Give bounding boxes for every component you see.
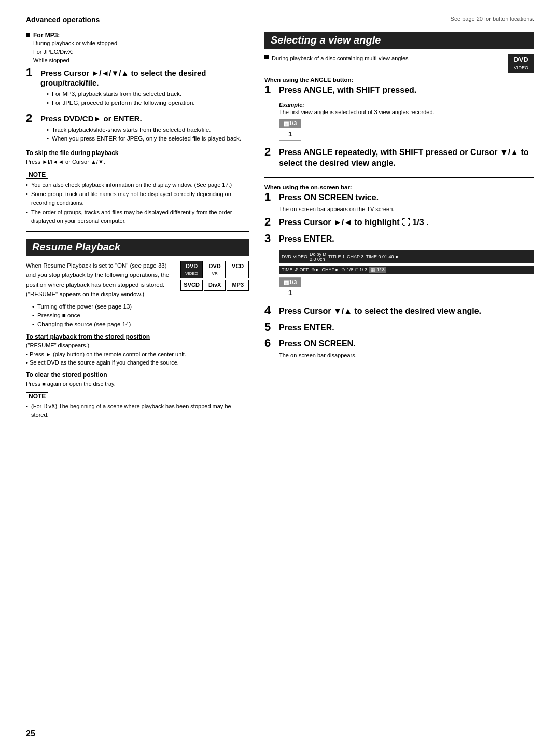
right-step-4-content: Press Cursor ►/◄ to highlight ⛶ 1/3 . bbox=[279, 217, 534, 230]
for-mp3-line2: For JPEG/DivX: bbox=[33, 49, 74, 55]
left-column: For MP3: During playback or while stoppe… bbox=[26, 32, 249, 423]
step-1-bullet-1: For MP3, playback starts from the select… bbox=[47, 90, 249, 99]
step-1-title: Press Cursor ►/◄/▼/▲ to select the desir… bbox=[40, 68, 249, 88]
example-label: Example: bbox=[279, 102, 534, 108]
for-mp3-label: For MP3: bbox=[33, 32, 60, 39]
onscreen-bar-display: DVD-VIDEO Dolby D2.0 0ch TITLE 1 CHAP 3 … bbox=[279, 250, 534, 263]
note-2-label: NOTE bbox=[26, 392, 48, 400]
right-step-8: 6 Press ON SCREEN. The on-screen bar dis… bbox=[264, 339, 534, 359]
badge-divx: DivX bbox=[204, 280, 226, 290]
onscreen-heading: When using the on-screen bar: bbox=[264, 184, 534, 190]
right-step-1-num: 1 bbox=[264, 84, 279, 95]
note-1-item-2: Some group, track and file names may not… bbox=[26, 190, 249, 207]
angle-num-2: 1 bbox=[279, 287, 301, 299]
bar-chap: CHAP 3 bbox=[347, 254, 363, 259]
right-step-1-content: Press ANGLE, with SHIFT pressed. bbox=[279, 85, 534, 97]
bar-square: □ 1/ 3 bbox=[355, 267, 367, 272]
step-2-bullets: Track playback/slide-show starts from th… bbox=[47, 125, 249, 144]
selecting-section-title: Selecting a view angle bbox=[264, 32, 534, 49]
note-2-content: (For DivX) The beginning of a scene wher… bbox=[26, 402, 249, 419]
right-step-2-num: 2 bbox=[264, 146, 279, 158]
right-step-5-title: Press ENTER. bbox=[279, 234, 534, 245]
right-step-5-content: Press ENTER. bbox=[279, 234, 534, 246]
bullet-icon bbox=[26, 33, 30, 37]
intro-bullet-text: During playback of a disc containing mul… bbox=[272, 54, 409, 63]
see-page-note: See page 20 for button locations. bbox=[451, 16, 534, 22]
note-1-item-1: You can also check playback information … bbox=[26, 180, 249, 189]
bar-angle-highlight: ▦ 1/ 3 bbox=[369, 267, 386, 273]
right-step-4: 2 Press Cursor ►/◄ to highlight ⛶ 1/3 . bbox=[264, 217, 534, 230]
right-step-8-sub: The on-screen bar disappears. bbox=[279, 351, 534, 360]
resume-bullet-2: Pressing ■ once bbox=[32, 311, 249, 320]
right-step-6-title: Press Cursor ▼/▲ to select the desired v… bbox=[279, 306, 534, 317]
note-box-2: NOTE (For DivX) The beginning of a scene… bbox=[26, 392, 249, 419]
section-divider-2 bbox=[264, 177, 534, 178]
angle-indicator: ▦1/3 1 bbox=[279, 119, 301, 141]
step-2-title: Press DVD/CD► or ENTER. bbox=[40, 114, 249, 124]
angle-top-2: ▦1/3 bbox=[279, 278, 301, 287]
right-step-1: 1 Press ANGLE, with SHIFT pressed. bbox=[264, 85, 534, 97]
right-step-2-content: Press ANGLE repeatedly, with SHIFT press… bbox=[279, 147, 534, 171]
badge-group-resume: DVDVIDEO DVDVR VCD SVCD DivX MP3 bbox=[180, 261, 249, 291]
step-2-content: Press DVD/CD► or ENTER. Track playback/s… bbox=[40, 114, 249, 145]
for-mp3-text: For MP3: During playback or while stoppe… bbox=[33, 32, 117, 65]
for-mp3-line1: During playback or while stopped bbox=[33, 40, 117, 46]
step-1-bullets: For MP3, playback starts from the select… bbox=[47, 90, 249, 108]
two-col-layout: For MP3: During playback or while stoppe… bbox=[26, 32, 534, 423]
bar-arrow: ⊕► bbox=[311, 267, 320, 272]
bar-dvd-video: DVD-VIDEO bbox=[282, 254, 307, 259]
intro-row: During playback of a disc containing mul… bbox=[264, 54, 534, 73]
top-header: Advanced operations See page 20 for butt… bbox=[26, 16, 534, 26]
clear-stored-heading: To clear the stored position bbox=[26, 371, 249, 379]
bar-chap2: CHAP► bbox=[321, 267, 339, 272]
badge-dvd-vr: DVDVR bbox=[204, 261, 226, 278]
right-step-3-num: 1 bbox=[264, 191, 279, 203]
badge-svcd: SVCD bbox=[180, 280, 203, 290]
right-step-3-content: Press ON SCREEN twice. The on-screen bar… bbox=[279, 192, 534, 213]
for-mp3-block: For MP3: During playback or while stoppe… bbox=[26, 32, 249, 65]
start-stored-line-3: • Select DVD as the source again if you … bbox=[26, 358, 249, 367]
right-column: Selecting a view angle During playback o… bbox=[264, 32, 534, 423]
start-stored-block: To start playback from the stored positi… bbox=[26, 333, 249, 367]
clear-stored-text: Press ■ again or open the disc tray. bbox=[26, 380, 249, 388]
angle-top-display: ▦1/3 bbox=[279, 119, 301, 128]
right-step-7-num: 5 bbox=[264, 322, 279, 333]
intro-bullet-icon bbox=[264, 55, 269, 59]
for-mp3-line3: While stopped bbox=[33, 57, 69, 63]
right-step-3-title: Press ON SCREEN twice. bbox=[279, 192, 534, 203]
bar-cd: ⊙ 1/8 bbox=[341, 267, 353, 272]
dvd-video-badge: DVDVIDEO bbox=[508, 54, 534, 73]
start-stored-line-1: ("RESUME" disappears.) bbox=[26, 341, 249, 350]
step-1: 1 Press Cursor ►/◄/▼/▲ to select the des… bbox=[26, 68, 249, 110]
step-1-num: 1 bbox=[26, 67, 40, 78]
angle-button-heading: When using the ANGLE button: bbox=[264, 77, 534, 83]
right-step-8-title: Press ON SCREEN. bbox=[279, 339, 534, 350]
right-step-8-num: 6 bbox=[264, 338, 279, 349]
right-step-2-title: Press ANGLE repeatedly, with SHIFT press… bbox=[279, 147, 534, 169]
onscreen-bar-2: TIME ↺ OFF ⊕► CHAP► ⊙ 1/8 □ 1/ 3 ▦ 1/ 3 bbox=[279, 266, 534, 274]
skip-text: Press ►I/I◄◄ or Cursor ▲/▼. bbox=[26, 158, 249, 166]
note-1-label: NOTE bbox=[26, 171, 48, 179]
right-step-6-content: Press Cursor ▼/▲ to select the desired v… bbox=[279, 306, 534, 318]
bar-dolby: Dolby D2.0 0ch bbox=[310, 252, 326, 262]
badge-dvd-video: DVDVIDEO bbox=[180, 261, 203, 278]
onscreen-bar-block: DVD-VIDEO Dolby D2.0 0ch TITLE 1 CHAP 3 … bbox=[279, 250, 534, 302]
right-step-7-title: Press ENTER. bbox=[279, 323, 534, 333]
page-container: Advanced operations See page 20 for butt… bbox=[0, 0, 560, 754]
skip-block: To skip the file during playback Press ►… bbox=[26, 149, 249, 166]
right-step-7-content: Press ENTER. bbox=[279, 323, 534, 335]
page-number: 25 bbox=[26, 729, 35, 738]
section-label: Advanced operations bbox=[26, 16, 100, 24]
step-2-bullet-1: Track playback/slide-show starts from th… bbox=[47, 125, 249, 134]
resume-bullet-1: Turning off the power (see page 13) bbox=[32, 302, 249, 311]
note-box-1: NOTE You can also check playback informa… bbox=[26, 171, 249, 226]
note-1-content: You can also check playback information … bbox=[26, 180, 249, 226]
right-step-5: 3 Press ENTER. bbox=[264, 234, 534, 246]
resume-intro-block: DVDVIDEO DVDVR VCD SVCD DivX MP3 When Re… bbox=[26, 261, 249, 302]
resume-bullets: Turning off the power (see page 13) Pres… bbox=[32, 302, 249, 329]
right-step-3-sub: The on-screen bar appears on the TV scre… bbox=[279, 205, 534, 214]
bar-title: TITLE 1 bbox=[328, 254, 345, 259]
note-2-item-1: (For DivX) The beginning of a scene wher… bbox=[26, 402, 249, 419]
right-step-8-content: Press ON SCREEN. The on-screen bar disap… bbox=[279, 339, 534, 359]
resume-bullet-3: Changing the source (see page 14) bbox=[32, 320, 249, 329]
